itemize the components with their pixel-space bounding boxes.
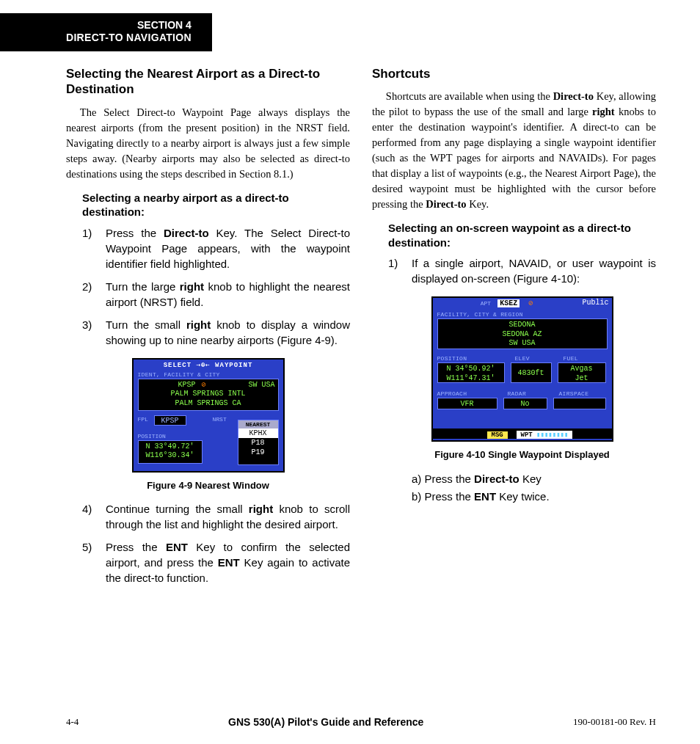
doc-revision: 190-00181-00 Rev. H xyxy=(573,716,656,728)
nearest-popup: NEAREST KPHX P18 P19 xyxy=(238,420,279,465)
sub-b: b) Press the ENT Key twice. xyxy=(412,488,656,505)
page-number: 4-4 xyxy=(66,716,79,728)
step-2: 2)Turn the large right knob to highlight… xyxy=(82,279,350,310)
right-heading: Shortcuts xyxy=(372,66,656,81)
right-steps: 1)If a single airport, NAVAID, or user w… xyxy=(388,255,656,286)
figure-4-9: SELECT ⇢⊕⇠ WAYPOINT IDENT, FACILITY & CI… xyxy=(66,358,350,491)
step-5: 5)Press the ENT Key to confirm the selec… xyxy=(82,539,350,586)
step-4: 4)Continue turning the small right knob … xyxy=(82,501,350,532)
left-heading: Selecting the Nearest Airport as a Direc… xyxy=(66,66,350,98)
section-title: DIRECT-TO NAVIGATION xyxy=(66,32,192,44)
left-column: Selecting the Nearest Airport as a Direc… xyxy=(66,66,350,593)
left-intro: The Select Direct-to Waypoint Page alway… xyxy=(66,105,350,182)
page-footer: 4-4 GNS 530(A) Pilot's Guide and Referen… xyxy=(0,716,700,728)
right-intro: Shortcuts are available when using the D… xyxy=(372,89,656,212)
figure-4-9-caption: Figure 4-9 Nearest Window xyxy=(66,480,350,491)
steps-list-b: 4)Continue turning the small right knob … xyxy=(82,501,350,586)
left-subheading: Selecting a nearby airport as a direct-t… xyxy=(82,191,350,219)
figure-4-10: APT KSEZ ⊘ Public FACILITY, CITY & REGIO… xyxy=(388,296,656,460)
guide-title: GNS 530(A) Pilot's Guide and Reference xyxy=(228,716,423,728)
section-tab: SECTION 4 DIRECT-TO NAVIGATION xyxy=(0,13,212,51)
gps-screen-nearest: SELECT ⇢⊕⇠ WAYPOINT IDENT, FACILITY & CI… xyxy=(132,358,285,473)
step-1: 1)Press the Direct-to Key. The Select Di… xyxy=(82,225,350,271)
sub-a: a) Press the Direct-to Key xyxy=(412,470,656,487)
gps-screen-wpt: APT KSEZ ⊘ Public FACILITY, CITY & REGIO… xyxy=(431,296,613,442)
step-3: 3)Turn the small right knob to display a… xyxy=(82,317,350,348)
right-column: Shortcuts Shortcuts are available when u… xyxy=(372,66,656,593)
figure-4-10-caption: Figure 4-10 Single Waypoint Displayed xyxy=(388,449,656,460)
right-step-1: 1)If a single airport, NAVAID, or user w… xyxy=(388,255,656,286)
steps-list-a: 1)Press the Direct-to Key. The Select Di… xyxy=(82,225,350,348)
right-subheading: Selecting an on-screen waypoint as a dir… xyxy=(388,221,656,249)
sub-steps: a) Press the Direct-to Key b) Press the … xyxy=(412,470,656,505)
section-number: SECTION 4 xyxy=(66,19,192,32)
